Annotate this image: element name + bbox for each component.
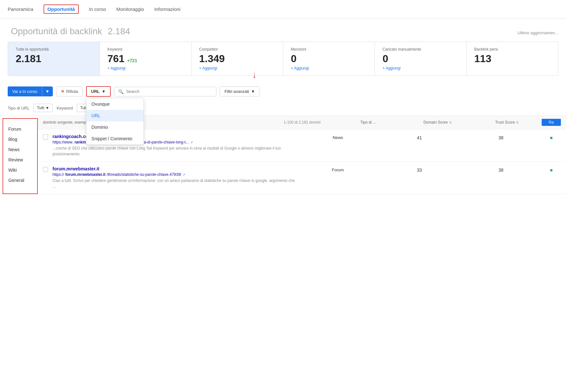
th-info: 1-100 di 2.181 domini bbox=[251, 120, 334, 125]
stat-caricato-label: Caricato manualmente bbox=[383, 47, 459, 52]
dropdown-ovunque[interactable]: Ovunque bbox=[86, 98, 143, 110]
rifiuta-button[interactable]: ✕ Rifiuta bbox=[56, 86, 83, 96]
url-button[interactable]: URL ▼ bbox=[86, 86, 111, 97]
red-arrow-annotation: ↓ bbox=[252, 70, 257, 80]
url-dropdown-menu: Ovunque URL Dominio Snippet / Commento bbox=[86, 98, 144, 145]
page-header: Opportunità di backlink 2.184 Ultimo agg… bbox=[0, 19, 566, 42]
vai-incorso-button[interactable]: Vai a In corso bbox=[8, 86, 42, 96]
filtri-wrapper: ↓ Filtri avanzati ▼ bbox=[220, 86, 260, 96]
checkbox[interactable] bbox=[43, 135, 48, 140]
stat-backlink-persi-label: Backlink persi bbox=[474, 47, 551, 52]
external-link-icon: ↗ bbox=[190, 141, 193, 144]
type-wiki[interactable]: Wiki bbox=[3, 165, 37, 175]
row-domain-info: forum.mrwebmaster.it https://forum.mrweb… bbox=[53, 166, 297, 189]
top-navigation: Panoramica Opportunità In corso Monitora… bbox=[0, 0, 566, 19]
dropdown-snippet[interactable]: Snippet / Commento bbox=[86, 133, 143, 144]
stat-caricato-link[interactable]: + Aggiungi bbox=[383, 66, 459, 70]
th-trust-score[interactable]: Trust Score ⇅ bbox=[472, 120, 542, 125]
search-icon: 🔍 bbox=[118, 89, 124, 94]
sort-icon: ⇅ bbox=[516, 121, 519, 124]
stat-competitor-link[interactable]: + Aggiungi bbox=[199, 66, 275, 70]
stat-backlink-persi-value: 113 bbox=[474, 53, 551, 65]
table-row: forum.mrwebmaster.it https://forum.mrweb… bbox=[38, 162, 566, 194]
row-checkbox[interactable] bbox=[43, 166, 53, 173]
type-news[interactable]: News bbox=[3, 144, 37, 155]
search-wrapper: 🔍 bbox=[114, 87, 216, 96]
row-trust-score: 38 bbox=[460, 134, 542, 140]
stat-keyword[interactable]: Keyword 761 +721 + Aggiungi bbox=[100, 42, 192, 76]
stat-competitor-value: 1.349 bbox=[199, 53, 275, 65]
tipo-url-select[interactable]: Tutti ▼ bbox=[33, 104, 53, 112]
nav-monitoraggio[interactable]: Monitoraggio bbox=[116, 5, 144, 13]
stat-keyword-badge: +721 bbox=[127, 58, 137, 63]
type-sidebar: Forum Blog News Review Wiki General bbox=[3, 118, 38, 194]
stat-tutte[interactable]: Tutte le opportunità 2.181 bbox=[8, 42, 100, 76]
sort-icon: ⇅ bbox=[449, 121, 452, 124]
row-trust-score: 38 bbox=[460, 166, 542, 173]
row-tipo: News bbox=[297, 134, 379, 140]
last-update: Ultimo aggiornamen... bbox=[518, 30, 558, 35]
stat-caricato[interactable]: Caricato manualmente 0 + Aggiungi bbox=[375, 42, 467, 76]
row-tipo: Forum bbox=[297, 166, 379, 172]
keyword-label: Keyword bbox=[57, 106, 73, 110]
nav-opportunita[interactable]: Opportunità bbox=[44, 4, 79, 14]
filter-row: Tipo di URL Tutti ▼ Keyword Tutti ▼ TLD … bbox=[0, 101, 566, 116]
stat-tutte-label: Tutte le opportunità bbox=[16, 47, 92, 52]
checkbox[interactable] bbox=[43, 167, 48, 172]
domain-snippet: Ciao a tutti. Scrivo per chiedere gentil… bbox=[53, 178, 297, 189]
stat-competitor[interactable]: Competitor 1.349 + Aggiungi bbox=[191, 42, 283, 76]
chevron-down-icon: ▼ bbox=[45, 106, 49, 110]
nav-in-corso[interactable]: In corso bbox=[89, 5, 106, 13]
domain-url[interactable]: https://forum.mrwebmaster.it/threads/sta… bbox=[53, 172, 297, 177]
chevron-down-icon: ▼ bbox=[101, 89, 106, 94]
stat-backlink-persi[interactable]: Backlink persi 113 bbox=[467, 42, 558, 76]
stat-keyword-label: Keyword bbox=[108, 47, 184, 52]
filtri-avanzati-button[interactable]: Filtri avanzati ▼ bbox=[220, 86, 260, 96]
row-domain-score: 41 bbox=[379, 134, 460, 140]
stats-row: Tutte le opportunità 2.181 Keyword 761 +… bbox=[8, 42, 558, 76]
content-area: Forum Blog News Review Wiki General domi… bbox=[0, 116, 566, 194]
stat-competitor-label: Competitor bbox=[199, 47, 275, 52]
stat-menzioni-label: Menzioni bbox=[291, 47, 367, 52]
domain-snippet: ...cniche di SEO che utilizzano parole c… bbox=[53, 145, 297, 157]
row-ra: ■ bbox=[542, 134, 561, 140]
external-link-icon: ↗ bbox=[182, 173, 185, 176]
stat-menzioni[interactable]: Menzioni 0 + Aggiungi bbox=[283, 42, 375, 76]
chevron-down-icon: ▼ bbox=[251, 89, 255, 94]
row-ra: ■ bbox=[542, 166, 561, 173]
th-domain-score[interactable]: Domain Score ⇅ bbox=[403, 120, 472, 125]
dropdown-dominio[interactable]: Dominio bbox=[86, 121, 143, 133]
type-forum[interactable]: Forum bbox=[3, 124, 37, 134]
vai-incorso-dropdown-button[interactable]: ▼ bbox=[42, 86, 53, 96]
toolbar: Vai a In corso ▼ ✕ Rifiuta URL ▼ Ovunque… bbox=[0, 82, 566, 101]
th-ra: Ra bbox=[542, 119, 561, 126]
dropdown-url[interactable]: URL bbox=[86, 110, 143, 121]
page-title: Opportunità di backlink 2.184 bbox=[8, 26, 130, 37]
th-domain: dominio sorgente, esempio di URL e snipp… bbox=[43, 120, 251, 125]
stat-menzioni-value: 0 bbox=[291, 53, 367, 65]
type-blog[interactable]: Blog bbox=[3, 134, 37, 144]
row-checkbox[interactable] bbox=[43, 134, 53, 141]
nav-panoramica[interactable]: Panoramica bbox=[8, 5, 33, 13]
stat-tutte-value: 2.181 bbox=[16, 53, 92, 65]
domain-name[interactable]: forum.mrwebmaster.it bbox=[53, 166, 297, 171]
stat-keyword-link[interactable]: + Aggiungi bbox=[108, 66, 184, 70]
th-tipo: Tipo di ... bbox=[333, 120, 403, 125]
type-general[interactable]: General bbox=[3, 175, 37, 185]
row-domain-score: 33 bbox=[379, 166, 460, 173]
stat-menzioni-link[interactable]: + Aggiungi bbox=[291, 66, 367, 70]
stat-keyword-value: 761 +721 bbox=[108, 53, 184, 65]
vai-incorso-wrapper: Vai a In corso ▼ bbox=[8, 86, 53, 96]
x-icon: ✕ bbox=[61, 89, 64, 94]
nav-informazioni[interactable]: Informazioni bbox=[154, 5, 181, 13]
stat-caricato-value: 0 bbox=[383, 53, 459, 65]
type-review[interactable]: Review bbox=[3, 155, 37, 165]
search-input[interactable] bbox=[126, 89, 212, 94]
tipo-url-label: Tipo di URL bbox=[8, 106, 29, 110]
url-dropdown-wrapper: URL ▼ Ovunque URL Dominio Snippet / Comm… bbox=[86, 86, 111, 97]
